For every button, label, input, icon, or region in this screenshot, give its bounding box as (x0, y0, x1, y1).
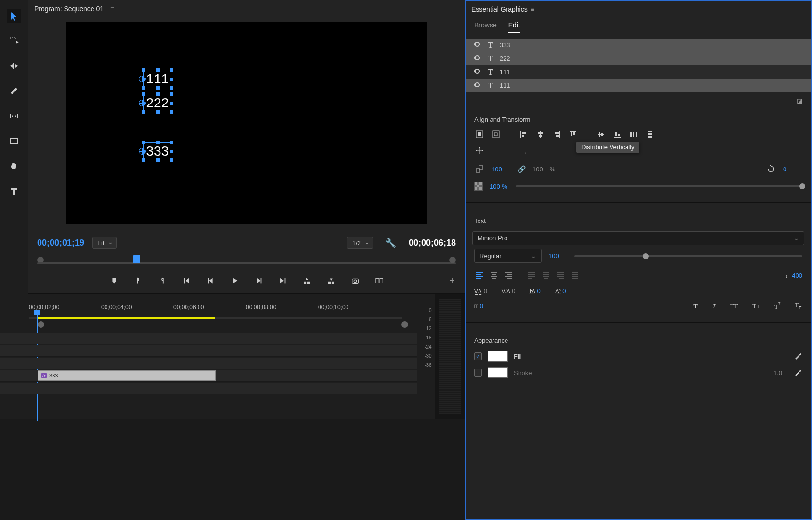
eyedropper-icon[interactable] (794, 351, 802, 362)
align-top-button[interactable] (568, 129, 578, 140)
in-point-button[interactable] (133, 276, 143, 286)
text-object-2[interactable]: 222 (143, 94, 173, 112)
opacity-value[interactable]: 100 % (490, 183, 509, 190)
bold-button[interactable]: T (692, 301, 699, 311)
layer-item[interactable]: T 333 (466, 39, 811, 52)
selection-tool[interactable] (7, 9, 21, 23)
justify-full-button[interactable] (570, 270, 580, 282)
play-button[interactable] (230, 276, 240, 286)
timeline-playhead[interactable] (34, 310, 40, 317)
scroll-thumb[interactable] (38, 321, 44, 328)
video-track[interactable] (0, 345, 417, 357)
zoom-dropdown[interactable]: Fit (92, 237, 116, 249)
superscript-button[interactable]: Tᵀ (773, 300, 781, 312)
fill-checkbox[interactable] (474, 352, 482, 360)
fill-color-swatch[interactable] (488, 351, 508, 362)
justify-center-button[interactable] (541, 270, 551, 282)
out-point-button[interactable] (158, 276, 167, 286)
stroke-checkbox[interactable] (474, 369, 482, 377)
scroll-thumb[interactable] (401, 321, 408, 328)
stroke-color-swatch[interactable] (488, 367, 508, 378)
slip-tool[interactable] (7, 109, 21, 123)
align-bottom-button[interactable] (612, 129, 623, 140)
baseline-shift-control[interactable]: t͟A 0 (530, 287, 540, 295)
scale-height-value[interactable]: 100 (532, 166, 543, 173)
scrub-bar[interactable] (28, 251, 465, 270)
smallcaps-button[interactable]: Tᴛ (751, 301, 761, 311)
comparison-view-button[interactable] (374, 276, 384, 286)
go-to-out-button[interactable] (278, 276, 288, 286)
mark-in-button[interactable] (109, 276, 119, 286)
font-weight-dropdown[interactable]: Regular⌄ (474, 249, 542, 263)
tracking-control[interactable]: V/A 0 (502, 287, 516, 295)
text-align-center-button[interactable] (489, 270, 499, 282)
font-family-dropdown[interactable]: Minion Pro⌄ (472, 231, 804, 245)
visibility-icon[interactable] (473, 40, 481, 50)
position-y-value[interactable] (535, 151, 559, 151)
track-select-tool[interactable] (7, 34, 21, 48)
font-size-value[interactable]: 100 (548, 252, 568, 260)
link-icon[interactable]: 🔗 (518, 165, 526, 173)
stroke-width-value[interactable]: 1.0 (773, 369, 782, 377)
ripple-edit-tool[interactable] (7, 59, 21, 73)
type-tool[interactable] (7, 184, 21, 198)
video-track[interactable]: fx 333 (0, 370, 417, 382)
text-object-1[interactable]: 111 (143, 70, 173, 88)
align-left-button[interactable] (519, 129, 529, 140)
export-frame-button[interactable] (350, 276, 360, 286)
align-h-center-button[interactable] (535, 129, 546, 140)
timeline-clip[interactable]: fx 333 (38, 370, 216, 381)
visibility-icon[interactable] (473, 81, 481, 90)
layer-item[interactable]: T 222 (466, 52, 811, 65)
ttb-control[interactable]: あ̲ 0 (474, 302, 483, 310)
panel-menu-icon[interactable]: ≡ (110, 5, 114, 13)
align-right-button[interactable] (551, 129, 562, 140)
timeline-panel[interactable]: 00;00;02;00 00;00;04;00 00;00;06;00 00;0… (0, 294, 417, 419)
current-timecode[interactable]: 00;00;01;19 (37, 238, 84, 248)
resolution-dropdown[interactable]: 1/2 (347, 237, 373, 249)
opacity-slider[interactable] (516, 185, 802, 187)
extract-button[interactable] (326, 276, 336, 286)
layer-item[interactable]: T 111 (466, 65, 811, 79)
italic-button[interactable]: T (711, 301, 717, 311)
font-size-slider[interactable] (574, 255, 802, 257)
scale-width-value[interactable]: 100 (492, 166, 511, 173)
tab-browse[interactable]: Browse (474, 21, 497, 33)
visibility-icon[interactable] (473, 54, 481, 63)
distribute-vertical-button[interactable] (645, 129, 655, 140)
text-align-left-button[interactable] (474, 270, 485, 282)
rectangle-tool[interactable] (7, 134, 21, 148)
align-to-selection-button[interactable] (474, 129, 485, 140)
lift-button[interactable] (302, 276, 312, 286)
panel-menu-icon[interactable]: ≡ (531, 5, 534, 13)
align-to-frame-button[interactable] (491, 129, 501, 140)
rotation-value[interactable]: 0 (783, 166, 802, 173)
text-object-3[interactable]: 333 (143, 142, 173, 160)
text-align-right-button[interactable] (503, 270, 514, 282)
step-forward-button[interactable] (254, 276, 264, 286)
visibility-icon[interactable] (473, 67, 481, 77)
subscript-button[interactable]: Tᴛ (794, 300, 802, 312)
align-v-center-button[interactable] (596, 129, 606, 140)
distribute-horizontal-button[interactable] (628, 129, 639, 140)
work-area-bar[interactable] (37, 317, 215, 319)
go-to-in-button[interactable] (182, 276, 191, 286)
settings-icon[interactable]: 🔧 (386, 238, 396, 248)
razor-tool[interactable] (7, 84, 21, 98)
allcaps-button[interactable]: TT (729, 301, 739, 311)
position-x-value[interactable] (492, 151, 516, 151)
tab-edit[interactable]: Edit (508, 21, 520, 33)
hand-tool[interactable] (7, 159, 21, 173)
program-viewport[interactable]: 111 222 333 (66, 22, 427, 224)
video-track[interactable] (0, 358, 417, 369)
leading-value[interactable]: 400 (792, 272, 802, 279)
kerning-control[interactable]: V̲A̲ 0 (474, 287, 487, 295)
step-back-button[interactable] (206, 276, 215, 286)
layer-item[interactable]: T 111 (466, 79, 811, 92)
add-button[interactable]: + (449, 275, 455, 286)
eyedropper-icon[interactable] (794, 368, 802, 378)
tsume-control[interactable]: A͟ª 0 (555, 287, 566, 295)
video-track[interactable] (0, 383, 417, 394)
playhead-icon[interactable] (133, 255, 140, 263)
video-track[interactable] (0, 333, 417, 344)
